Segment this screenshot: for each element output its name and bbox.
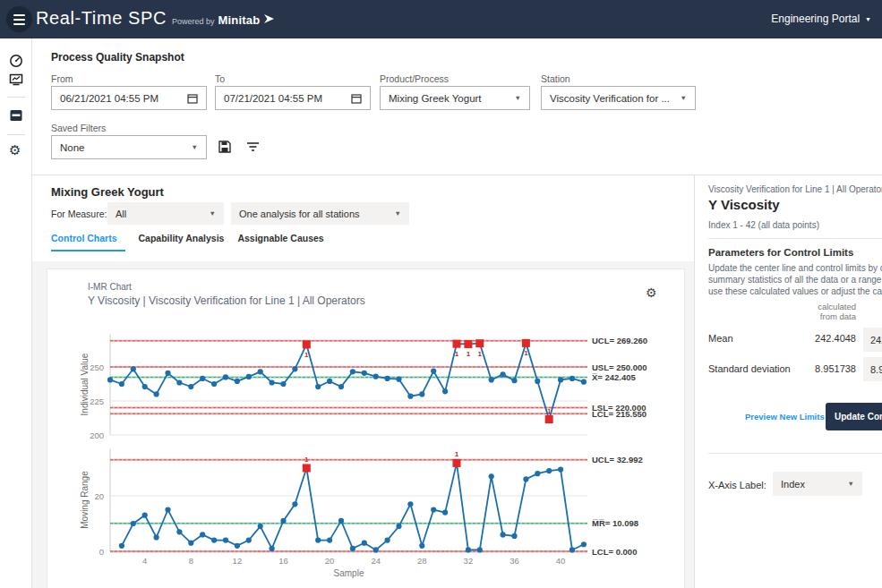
svg-text:28: 28 (417, 556, 427, 566)
to-label: To (215, 73, 225, 84)
nav-divider (7, 97, 25, 98)
measure-value: All (116, 209, 126, 219)
monitor-chart-icon[interactable] (9, 72, 23, 87)
station-value: Viscosity Verification for ... (550, 93, 670, 104)
filter-icon[interactable] (246, 141, 260, 153)
params-description: Update the center line and control limit… (708, 262, 882, 297)
to-date-value: 07/21/2021 04:55 PM (224, 93, 322, 104)
app-header: Real-Time SPC Powered by Minitab Enginee… (0, 0, 882, 38)
calculated-column-header: calculated from data (708, 302, 856, 321)
calendar-icon (187, 93, 198, 104)
from-label: From (51, 73, 73, 84)
gear-icon[interactable]: ⚙ (9, 142, 23, 157)
tab-assignable-causes[interactable]: Assignable Causes (237, 233, 323, 251)
tab-control-charts[interactable]: Control Charts (51, 233, 125, 251)
description-line: Update the center line and control limit… (708, 262, 882, 274)
svg-text:1: 1 (467, 350, 471, 358)
tab-bar: Control Charts Capability Analysis Assig… (51, 233, 324, 251)
chart-title: Y Viscosity | Viscosity Verification for… (88, 294, 365, 307)
svg-text:1: 1 (304, 456, 309, 464)
svg-text:1: 1 (547, 407, 552, 415)
svg-text:1: 1 (524, 349, 528, 357)
xaxis-select[interactable]: Index ▼ (773, 472, 862, 496)
tab-capability-analysis[interactable]: Capability Analysis (139, 233, 225, 251)
svg-text:USL= 250.000: USL= 250.000 (592, 362, 647, 372)
saved-filters-value: None (60, 142, 85, 153)
archive-icon[interactable] (9, 108, 23, 123)
svg-text:0: 0 (99, 547, 104, 557)
measure-select[interactable]: All ▼ (107, 202, 224, 225)
svg-text:1: 1 (478, 350, 483, 358)
analysis-panel: Mixing Greek Yogurt For Measure: All ▼ O… (32, 175, 694, 588)
svg-text:24: 24 (371, 556, 381, 566)
from-date-input[interactable]: 06/21/2021 04:55 PM (51, 86, 207, 110)
app-title: Real-Time SPC (36, 8, 167, 29)
svg-text:Moving Range: Moving Range (80, 471, 90, 529)
chart-region: I-MR Chart Y Viscosity | Viscosity Verif… (32, 261, 694, 588)
svg-text:8: 8 (189, 556, 193, 566)
saved-filters-select[interactable]: None ▼ (51, 135, 207, 159)
analysis-value: One analysis for all stations (239, 209, 360, 219)
section-heading: Process Quality Snapshot (51, 51, 184, 64)
saved-filters-label: Saved Filters (51, 123, 106, 133)
index-note: Index 1 - 42 (all data points) (708, 220, 819, 230)
svg-text:250: 250 (90, 362, 104, 372)
nav-divider (7, 134, 25, 135)
svg-text:200: 200 (90, 430, 104, 440)
description-line: summary statistics of all the data or a … (708, 274, 882, 285)
process-heading: Mixing Greek Yogurt (51, 185, 164, 199)
chevron-down-icon: ▼ (515, 94, 521, 102)
svg-text:Sample: Sample (334, 568, 364, 578)
chart-type-label: I-MR Chart (88, 282, 132, 292)
panel-subtitle: Viscosity Verification for Line 1 | All … (708, 184, 882, 194)
description-line: use these calculated values or adjust th… (708, 285, 882, 297)
chevron-down-icon: ▼ (865, 16, 871, 22)
product-select[interactable]: Mixing Greek Yogurt ▼ (380, 86, 530, 110)
svg-text:20: 20 (325, 556, 335, 566)
left-nav-rail: ⚙ (0, 38, 32, 588)
product-label: Product/Process (380, 73, 449, 84)
svg-text:UCL= 269.260: UCL= 269.260 (592, 336, 647, 345)
brand-name: Minitab (218, 13, 261, 27)
portal-label: Engineering Portal (771, 13, 860, 25)
minitab-logo-icon (263, 13, 275, 24)
portal-menu[interactable]: Engineering Portal ▼ (771, 13, 871, 25)
svg-text:20: 20 (94, 491, 104, 501)
panel-title: Y Viscosity (708, 197, 780, 212)
chart-card: I-MR Chart Y Viscosity | Viscosity Verif… (47, 268, 685, 588)
measure-label: For Measure: (51, 209, 107, 219)
analysis-select[interactable]: One analysis for all stations ▼ (231, 202, 409, 225)
preview-new-limits-link[interactable]: Preview New Limits (745, 412, 825, 422)
hamburger-menu-button[interactable] (6, 6, 32, 32)
chevron-down-icon: ▼ (210, 209, 216, 217)
stddev-input[interactable]: 8.951738 (863, 357, 882, 381)
panel-divider (708, 453, 882, 454)
gauge-icon[interactable] (9, 54, 23, 68)
svg-text:4: 4 (142, 556, 147, 566)
from-date-value: 06/21/2021 04:55 PM (60, 93, 158, 104)
params-heading: Parameters for Control Limits (708, 247, 853, 258)
to-date-input[interactable]: 07/21/2021 04:55 PM (215, 86, 371, 110)
svg-text:12: 12 (233, 556, 243, 566)
save-filter-icon[interactable] (218, 140, 232, 154)
mean-input[interactable]: 242.4048 (863, 328, 882, 352)
svg-text:32: 32 (464, 556, 474, 566)
chart-settings-gear-icon[interactable]: ⚙ (646, 285, 657, 300)
station-select[interactable]: Viscosity Verification for ... ▼ (541, 86, 696, 110)
xaxis-label: X-Axis Label: (708, 480, 766, 490)
panel-divider (708, 238, 882, 239)
svg-text:1: 1 (455, 350, 459, 358)
mean-calculated-value: 242.4048 (708, 333, 856, 344)
update-control-limits-button[interactable]: Update Control Limits (826, 403, 882, 430)
svg-text:Individual Value: Individual Value (80, 353, 90, 415)
svg-text:LCL= 215.550: LCL= 215.550 (592, 409, 647, 419)
svg-text:M̅R̅= 10.098: M̅R̅= 10.098 (592, 518, 638, 528)
station-label: Station (541, 73, 570, 84)
chevron-down-icon: ▼ (681, 94, 687, 102)
svg-text:1: 1 (455, 450, 459, 458)
powered-by: Powered by Minitab (172, 13, 275, 27)
stddev-calculated-value: 8.951738 (708, 363, 856, 374)
svg-text:36: 36 (510, 556, 519, 566)
chevron-down-icon: ▼ (395, 209, 401, 217)
svg-text:LCL= 0.000: LCL= 0.000 (592, 547, 637, 557)
